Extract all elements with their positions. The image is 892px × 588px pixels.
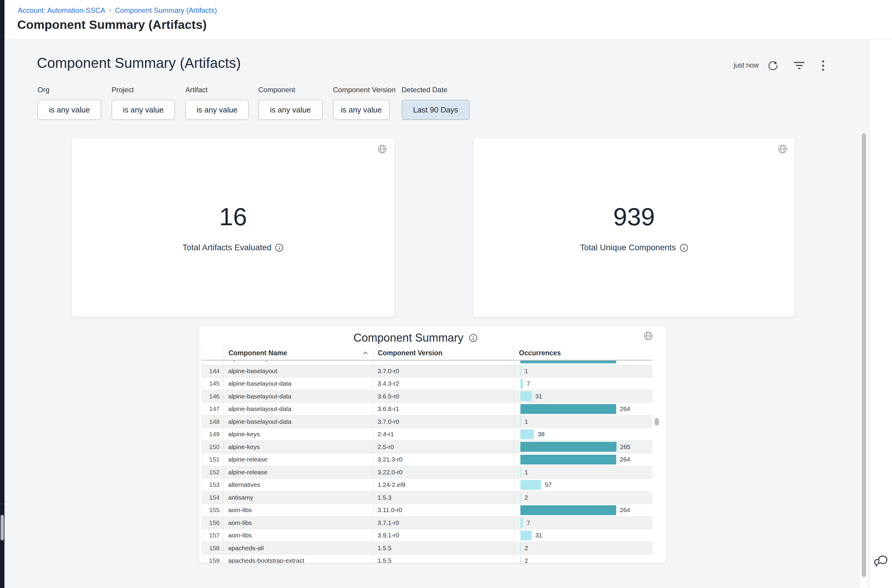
filter-button-artifact[interactable]: is any value	[185, 100, 249, 120]
table-row[interactable]: 151alpine-release3.21.3-r0264	[202, 453, 652, 466]
cell-component-version: 3.6.8-r1	[373, 361, 514, 364]
occurrences-value: 264	[620, 361, 630, 362]
filter-label-artifact: Artifact	[185, 86, 208, 94]
table-row[interactable]: 143alpine-baselayout3.6.8-r1264	[202, 361, 652, 365]
column-header-component-version[interactable]: Component Version	[373, 346, 514, 360]
cell-component-version: 3.7.0-r0	[373, 416, 514, 428]
cell-row-number: 143	[202, 361, 223, 364]
table-row[interactable]: 150alpine-keys2.5-r0265	[202, 441, 652, 453]
dashboard-scrollbar-thumb[interactable]	[862, 133, 866, 577]
filter-button-component-version[interactable]: is any value	[333, 100, 390, 120]
cell-component-version: 1.24-2.el9	[373, 479, 514, 491]
cell-row-number: 148	[202, 416, 223, 428]
column-header-label: Occurrences	[519, 349, 561, 357]
data-table: Component Name Component Version Occurre…	[202, 346, 652, 361]
filter-button-detected-date[interactable]: Last 90 Days	[402, 100, 469, 120]
table-row[interactable]: 146alpine-baselayout-data3.6.5-r031	[202, 390, 652, 403]
cell-component-name: aom-libs	[223, 504, 373, 517]
table-row[interactable]: 144alpine-baselayout3.7.0-r01	[202, 365, 652, 378]
refresh-button[interactable]	[766, 59, 780, 72]
cell-component-name: apacheds-all	[223, 542, 373, 554]
column-header-label: Component Version	[378, 349, 442, 357]
table-row[interactable]: 152alpine-release3.22.0-r01	[202, 466, 652, 479]
info-icon[interactable]	[275, 243, 283, 252]
cell-component-version: 3.21.3-r0	[373, 453, 514, 466]
occurrences-bar	[520, 518, 523, 528]
filter-label-detected-date: Detected Date	[402, 86, 447, 94]
filter-button-component[interactable]: is any value	[258, 100, 322, 120]
table-row[interactable]: 157aom-libs3.9.1-r031	[202, 530, 652, 542]
table-row[interactable]: 159apacheds-bootstrap-extract1.5.52	[202, 555, 652, 563]
more-actions-button[interactable]	[816, 59, 829, 72]
table-row[interactable]: 149alpine-keys2.4-r138	[202, 428, 652, 441]
cell-component-name: alpine-baselayout-data	[223, 403, 373, 416]
table-row[interactable]: 155aom-libs3.11.0-r0264	[202, 504, 652, 517]
cell-row-number: 151	[202, 453, 223, 466]
info-icon[interactable]	[469, 334, 478, 342]
occurrences-bar	[520, 531, 532, 540]
cell-row-number: 144	[202, 365, 223, 377]
filter-label-component-version: Component Version	[333, 86, 396, 94]
breadcrumb-account-link[interactable]: Account: Automation-SSCA	[18, 6, 105, 15]
occurrences-bar	[520, 366, 521, 376]
filter-button-org[interactable]: is any value	[37, 100, 102, 120]
table-row[interactable]: 156aom-libs3.7.1-r07	[202, 517, 652, 530]
sidebar-scroll-thumb[interactable]	[1, 515, 4, 540]
table-row[interactable]: 153alternatives1.24-2.el957	[202, 479, 652, 492]
table-row[interactable]: 158apacheds-all1.5.52	[202, 542, 652, 555]
collapsed-sidebar[interactable]	[0, 0, 4, 588]
table-row-partial[interactable]: 143alpine-baselayout3.6.8-r1264	[202, 361, 652, 365]
cell-occurrences: 2	[514, 555, 652, 563]
cell-component-name: aom-libs	[223, 530, 373, 542]
cell-row-number: 150	[202, 441, 223, 453]
occurrences-value: 2	[525, 494, 528, 501]
table-row[interactable]: 145alpine-baselayout-data3.4.3-r27	[202, 378, 652, 390]
table-title: Component Summary	[354, 332, 463, 344]
cell-component-name: alpine-release	[223, 453, 373, 466]
occurrences-bar	[520, 543, 521, 553]
occurrences-value: 7	[527, 380, 530, 387]
table-scrollbar-thumb[interactable]	[655, 418, 659, 426]
cell-component-name: alpine-keys	[223, 441, 373, 453]
kpi-value: 939	[474, 204, 795, 229]
cell-component-name: aom-libs	[223, 517, 373, 529]
occurrences-value: 1	[525, 368, 528, 375]
cell-component-version: 3.9.1-r0	[373, 530, 514, 542]
column-header-component-name[interactable]: Component Name	[223, 346, 373, 360]
filter-button-project[interactable]: is any value	[112, 100, 175, 120]
cell-component-version: 3.4.3-r2	[373, 378, 514, 390]
chevron-up-icon	[363, 351, 368, 355]
refresh-icon	[768, 60, 778, 71]
column-header-occurrences[interactable]: Occurrences	[514, 346, 652, 360]
dashboard-filters-button[interactable]	[793, 59, 806, 72]
globe-icon[interactable]	[377, 144, 387, 154]
page-right-margin	[870, 39, 892, 588]
occurrences-value: 38	[538, 430, 544, 438]
occurrences-value: 2	[525, 544, 528, 552]
chat-bubbles-icon[interactable]	[874, 554, 890, 569]
breadcrumb-current-link[interactable]: Component Summary (Artifacts)	[115, 6, 217, 15]
filter-icon	[794, 62, 805, 69]
cell-component-name: apacheds-bootstrap-extract	[223, 555, 373, 563]
table-row[interactable]: 148alpine-baselayout-data3.7.0-r01	[202, 416, 652, 428]
occurrences-bar	[520, 455, 616, 465]
info-icon[interactable]	[679, 243, 688, 252]
cell-occurrences: 7	[514, 378, 652, 390]
cell-row-number: 154	[202, 491, 223, 504]
kpi-tile-total-unique-components: 939Total Unique Components	[474, 138, 795, 317]
cell-occurrences: 265	[514, 441, 652, 453]
cell-occurrences: 264	[514, 453, 652, 466]
cell-component-version: 2.5-r0	[373, 441, 514, 453]
cell-component-name: alpine-baselayout	[223, 365, 373, 377]
table-row[interactable]: 147alpine-baselayout-data3.6.8-r1264	[202, 403, 652, 416]
cell-occurrences: 2	[514, 542, 652, 554]
page-header: Account: Automation-SSCA › Component Sum…	[4, 0, 892, 39]
page-title: Component Summary (Artifacts)	[17, 18, 207, 32]
globe-icon[interactable]	[643, 331, 654, 341]
table-body[interactable]: 143alpine-baselayout3.6.8-r1264144alpine…	[202, 361, 652, 563]
kpi-label: Total Unique Components	[580, 243, 676, 252]
cell-component-version: 1.5.5	[373, 542, 514, 554]
globe-icon[interactable]	[777, 144, 787, 154]
cell-occurrences: 264	[514, 504, 652, 517]
table-row[interactable]: 154antisamy1.5.32	[202, 491, 652, 504]
